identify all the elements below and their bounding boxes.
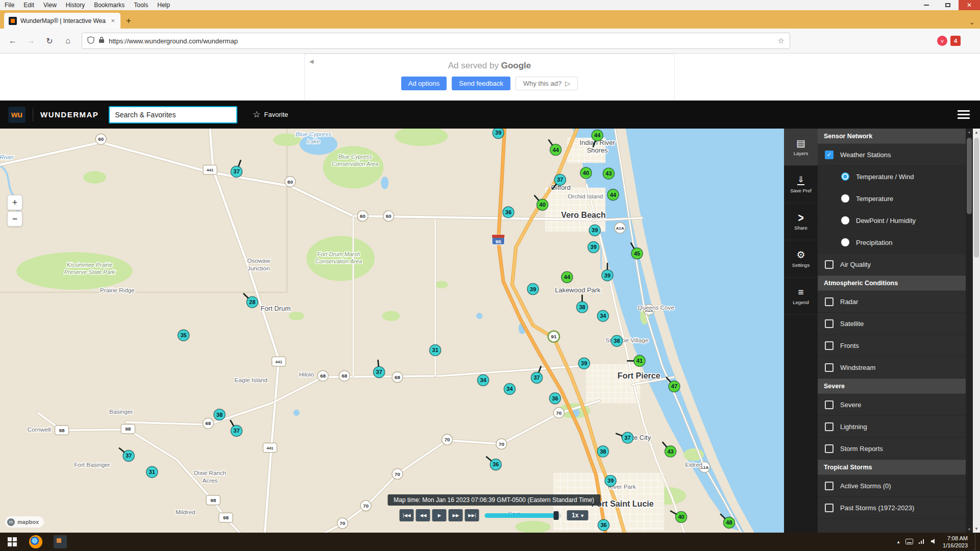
reload-button[interactable]: ↻ (42, 33, 57, 48)
favorite-control[interactable]: ☆ Favorite (253, 109, 288, 120)
weather-station-marker[interactable]: 34 (504, 383, 515, 394)
panel-scroll-thumb[interactable] (967, 138, 972, 214)
browser-tab[interactable]: WunderMap® | Interactive Wea × (4, 13, 120, 29)
layer-row-radar[interactable]: Radar (818, 291, 973, 313)
weather-station-marker[interactable]: 34 (477, 374, 488, 386)
back-button[interactable]: ← (5, 33, 20, 48)
search-input[interactable] (109, 106, 237, 123)
layer-row-temperature[interactable]: Temperature (818, 188, 973, 210)
wu-logo[interactable]: wu (8, 107, 26, 123)
checkbox-unchecked[interactable] (825, 444, 834, 453)
speed-selector[interactable]: 1x ▾ (567, 510, 588, 520)
weather-station-marker[interactable]: 35 (178, 330, 189, 341)
volume-icon[interactable] (930, 537, 938, 546)
toolbar-layers[interactable]: ▤Layers (784, 129, 818, 166)
layer-row-lightning[interactable]: Lightning (818, 416, 973, 438)
skip-start-button[interactable]: |◀◀ (400, 509, 414, 521)
skip-end-button[interactable]: ▶▶| (465, 509, 479, 521)
window-maximize-button[interactable] (937, 0, 959, 10)
weather-station-marker[interactable]: 39 (527, 284, 538, 295)
layer-row-storm-reports[interactable]: Storm Reports (818, 438, 973, 460)
menu-view[interactable]: View (39, 0, 61, 10)
weather-station-marker[interactable]: 39 (588, 242, 599, 253)
layer-row-fronts[interactable]: Fronts (818, 335, 973, 357)
weather-station-marker[interactable]: 44 (561, 271, 573, 283)
network-icon[interactable] (918, 537, 925, 546)
weather-station-marker[interactable]: 34 (597, 310, 608, 321)
touch-keyboard-icon[interactable] (905, 537, 913, 546)
layer-row-precipitation[interactable]: Precipitation (818, 232, 973, 254)
zoom-out-button[interactable]: − (7, 211, 22, 227)
layer-row-weather-stations[interactable]: ✓Weather Stations (818, 144, 973, 166)
toolbar-settings[interactable]: ⚙Settings (784, 240, 818, 278)
layer-row-temperature-wind[interactable]: Temperature / Wind (818, 166, 973, 188)
menu-tools[interactable]: Tools (129, 0, 153, 10)
radio-unselected[interactable] (841, 238, 849, 246)
weather-station-marker[interactable]: 31 (146, 466, 158, 478)
layer-row-windstream[interactable]: Windstream (818, 357, 973, 379)
weather-station-marker[interactable]: 39 (589, 225, 600, 236)
list-all-tabs-icon[interactable]: ⌄ (969, 18, 975, 26)
checkbox-unchecked[interactable] (825, 297, 834, 306)
show-desktop-button[interactable] (975, 533, 978, 551)
taskbar-pinned-app-button[interactable] (49, 533, 71, 551)
weather-station-marker[interactable]: 36 (503, 207, 514, 218)
toolbar-legend[interactable]: ≡Legend (784, 278, 818, 315)
weather-station-marker[interactable]: 36 (549, 393, 560, 404)
checkbox-unchecked[interactable] (825, 400, 834, 409)
page-scroll-thumb[interactable] (974, 138, 979, 258)
page-scroll-up-icon[interactable]: ▲ (974, 130, 978, 135)
checkbox-unchecked[interactable] (825, 260, 834, 269)
bookmark-star-icon[interactable]: ☆ (778, 36, 785, 45)
menu-help[interactable]: Help (153, 0, 175, 10)
extension-badge-icon[interactable]: 4 (950, 36, 961, 46)
toolbar-share[interactable]: >Share (784, 203, 818, 240)
hamburger-menu-icon[interactable] (955, 108, 972, 121)
taskbar-clock[interactable]: 7:08 AM 1/16/2023 (943, 535, 968, 549)
scroll-down-icon[interactable]: ▼ (968, 528, 971, 531)
taskbar-firefox-button[interactable] (24, 533, 47, 551)
checkbox-unchecked[interactable] (825, 422, 834, 431)
page-scrollbar[interactable]: ▲ ▼ (973, 129, 980, 533)
send-feedback-button[interactable]: Send feedback (452, 77, 510, 90)
menu-edit[interactable]: Edit (19, 0, 39, 10)
weather-station-marker[interactable]: 38 (597, 446, 608, 457)
weather-station-marker[interactable]: 39 (578, 358, 590, 369)
start-button[interactable] (2, 533, 22, 551)
checkbox-unchecked[interactable] (825, 504, 834, 512)
weather-station-marker[interactable]: 38 (214, 409, 225, 420)
fast-forward-button[interactable]: ▶▶ (449, 509, 463, 521)
window-minimize-button[interactable] (916, 0, 937, 10)
weather-station-marker[interactable]: 39 (605, 475, 616, 486)
weather-station-marker[interactable]: 44 (607, 189, 619, 201)
tab-close-icon[interactable]: × (110, 17, 116, 24)
layer-row-air-quality[interactable]: Air Quality (818, 254, 973, 276)
panel-scrollbar[interactable]: ▲ ▼ (966, 129, 973, 533)
weather-station-marker[interactable]: 38 (611, 335, 622, 346)
zoom-in-button[interactable]: + (7, 195, 22, 210)
radio-unselected[interactable] (841, 194, 849, 203)
weather-station-marker[interactable]: 39 (493, 129, 504, 139)
checkbox-unchecked[interactable] (825, 482, 834, 490)
weather-station-marker[interactable]: 31 (430, 345, 441, 356)
rewind-button[interactable]: ◀◀ (416, 509, 430, 521)
weather-station-marker[interactable]: 40 (580, 167, 592, 179)
layer-row-severe[interactable]: Severe (818, 394, 973, 416)
home-button[interactable]: ⌂ (60, 33, 76, 48)
ad-options-button[interactable]: Ad options (401, 77, 447, 90)
lock-icon[interactable] (99, 36, 105, 45)
page-scroll-down-icon[interactable]: ▼ (974, 527, 978, 531)
pocket-icon[interactable]: v (937, 36, 947, 46)
new-tab-button[interactable]: + (120, 13, 137, 29)
scroll-up-icon[interactable]: ▲ (968, 130, 971, 134)
layer-row-past-storms-1972-2023[interactable]: Past Storms (1972-2023) (818, 497, 973, 519)
checkbox-checked[interactable]: ✓ (825, 151, 834, 159)
menu-history[interactable]: History (61, 0, 89, 10)
layer-row-active-storms-0[interactable]: Active Storms (0) (818, 475, 973, 497)
forward-button[interactable]: → (23, 33, 39, 48)
toolbar-save-pref[interactable]: ⇓Save Pref (784, 166, 818, 203)
hidden-icons-chevron-icon[interactable]: ▲ (896, 540, 900, 544)
checkbox-unchecked[interactable] (825, 319, 834, 328)
url-bar[interactable]: https://www.wunderground.com/wundermap ☆ (82, 33, 790, 49)
checkbox-unchecked[interactable] (825, 363, 834, 372)
